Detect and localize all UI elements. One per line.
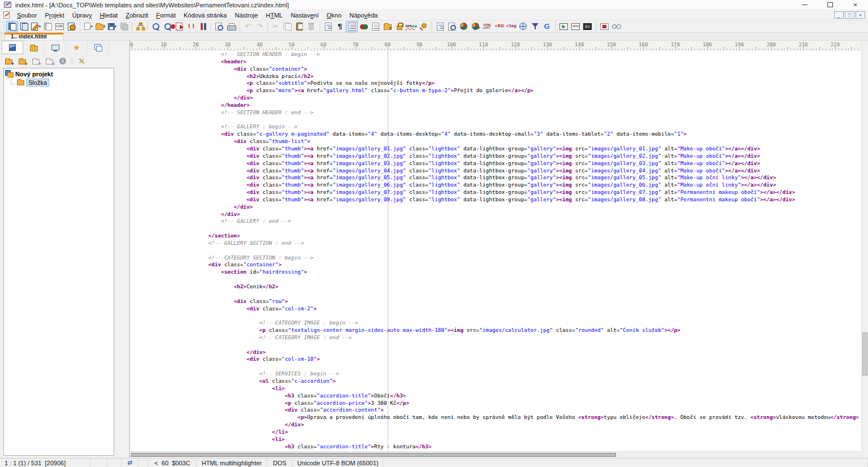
log-window-icon[interactable]: LOG (54, 21, 66, 32)
delete-icon[interactable] (305, 21, 317, 32)
html-reformat-icon[interactable] (434, 21, 446, 32)
tree-item-folder[interactable]: Složka (5, 78, 112, 87)
menu--pravy[interactable]: Úpravy (68, 11, 96, 19)
toolbar-separator (267, 22, 268, 31)
horizontal-scrollbar-thumb[interactable] (131, 453, 616, 457)
edit-page-icon[interactable]: ▾ (30, 21, 42, 32)
google-search-icon[interactable]: G (541, 21, 553, 32)
minimize-button[interactable] (792, 0, 817, 10)
save-all-icon[interactable] (118, 21, 130, 32)
menu-okno[interactable]: Okno (323, 11, 345, 19)
mdi-close-button[interactable]: × (856, 11, 865, 19)
copy-page-icon[interactable] (18, 21, 30, 32)
print-icon[interactable] (225, 21, 237, 32)
insert-tag-icon[interactable]: <tag (505, 21, 517, 32)
menu-nastaven-[interactable]: Nastavení (287, 11, 323, 19)
menu-k-dov-str-nka[interactable]: Kódová stránka (180, 11, 231, 19)
open-file-icon[interactable]: ▾ (94, 21, 106, 32)
open-files-list-icon[interactable] (370, 21, 381, 32)
html-to-text-icon[interactable]: HTML▸TXT (481, 21, 493, 32)
project-info-button[interactable]: i (57, 55, 69, 67)
reformat-icon[interactable] (322, 21, 334, 32)
project-add-folder-button[interactable]: + (2, 55, 15, 67)
search-icon[interactable] (150, 21, 162, 32)
code-explorer-icon[interactable] (446, 21, 458, 32)
syntax-highlight-icon[interactable] (346, 21, 358, 32)
project-pages-icon[interactable] (6, 21, 18, 32)
panel-tab-files[interactable] (23, 41, 45, 54)
web-browser-icon[interactable] (517, 21, 529, 32)
menu-n-pov-da[interactable]: Nápověda (345, 11, 381, 19)
matching-bracket-icon[interactable]: ( ) (185, 21, 197, 32)
code-line: <header> (132, 58, 861, 66)
panel-tab-ftp[interactable] (45, 41, 66, 54)
macro-record-icon[interactable] (598, 21, 610, 32)
menu-soubor[interactable]: Soubor (13, 11, 41, 19)
file-structure-icon[interactable] (134, 21, 146, 32)
ruler-number: 140 (575, 42, 584, 47)
cut-icon[interactable]: ✂ (270, 21, 281, 32)
code-line: <p class="textalign-center margin-sides-… (132, 327, 861, 334)
tab-index-html[interactable]: 1.. index.html (5, 33, 63, 40)
preview-glasses-icon[interactable] (610, 21, 622, 32)
print-preview-icon[interactable] (213, 21, 225, 32)
panel-tab-windows[interactable] (88, 41, 109, 54)
menu-html[interactable]: HTML (262, 11, 287, 19)
status-bar: 1 : 1 (1) / 531 [20906]⇄< 60 $003CHTML m… (0, 458, 868, 467)
new-file-icon[interactable]: ▾ (83, 21, 94, 32)
copy-icon[interactable] (281, 21, 293, 32)
document-icon (3, 11, 10, 19)
highlight-colors-icon[interactable] (358, 21, 370, 32)
color-wheel-icon[interactable] (458, 21, 470, 32)
code-line: <h2>Ukázka prací</h2> (132, 73, 861, 80)
sidebar-splitter[interactable] (118, 41, 130, 458)
code-area[interactable]: <!-- SECTION HEADER : begin --> <header>… (130, 51, 861, 451)
code-line: <div class="thumb"><a href="images/galle… (132, 174, 861, 181)
mdi-minimize-button[interactable]: _ (834, 11, 844, 19)
code-folding-icon[interactable] (381, 21, 393, 32)
paste-icon[interactable] (293, 21, 305, 32)
panel-tab-projects[interactable] (2, 41, 23, 54)
replace-icon[interactable] (162, 21, 173, 32)
redo-icon[interactable]: ↷ (254, 21, 266, 32)
run-script-icon[interactable]: ▶ (558, 21, 570, 32)
project-remove-folder-button[interactable]: × (16, 55, 28, 67)
vertical-scrollbar-thumb[interactable] (862, 332, 867, 375)
undo-icon[interactable]: ↶ (242, 21, 254, 32)
project-settings-button[interactable] (75, 55, 88, 67)
horizontal-scrollbar[interactable] (130, 451, 861, 458)
find-in-files-icon[interactable] (173, 21, 185, 32)
color-convert-icon[interactable] (470, 21, 481, 32)
code-line: <div class="accordion-content"> (132, 407, 861, 414)
project-new-item-button[interactable]: + (29, 55, 42, 67)
command-line-icon[interactable]: C:\ (581, 21, 593, 32)
menu-form-t[interactable]: Formát (152, 11, 180, 19)
restore-button[interactable] (817, 0, 843, 10)
diff-icon[interactable] (197, 21, 209, 32)
menu-zobrazit[interactable]: Zobrazit (121, 11, 152, 19)
stay-on-top-icon[interactable] (417, 21, 429, 32)
read-only-icon[interactable] (393, 21, 405, 32)
menu-n-stroje[interactable]: Nástroje (231, 11, 262, 19)
tree-root-project[interactable]: Nový projekt (5, 70, 112, 78)
menu-projekt[interactable]: Projekt (41, 11, 68, 19)
status-cell (383, 459, 868, 467)
project-delete-item-button[interactable]: × (43, 55, 55, 67)
mdi-restore-button[interactable]: □ (845, 11, 854, 19)
w3c-validator-icon[interactable] (529, 21, 541, 32)
code-line: <!-- CATEGORY IMAGE : end --> (132, 334, 861, 341)
goto-line-icon[interactable]: 1010 (570, 21, 581, 32)
code-line (132, 341, 861, 349)
page-settings-icon[interactable] (66, 21, 77, 32)
panel-tab-favorites[interactable]: ★ (66, 41, 88, 54)
menu-hledat[interactable]: Hledat (96, 11, 122, 19)
spell-check-icon[interactable]: SPELL▾ (405, 21, 417, 32)
vertical-scrollbar[interactable] (861, 41, 868, 451)
pages-disabled-icon[interactable] (42, 21, 54, 32)
code-text: <!-- SECTION HEADER : begin --> <header>… (132, 51, 861, 451)
save-file-icon[interactable]: ▾ (106, 21, 118, 32)
ruler-number: 130 (543, 42, 552, 47)
close-button[interactable]: × (843, 0, 868, 10)
formatting-marks-icon[interactable]: ¶ (334, 21, 346, 32)
strip-tags-icon[interactable]: <RG (493, 21, 505, 32)
